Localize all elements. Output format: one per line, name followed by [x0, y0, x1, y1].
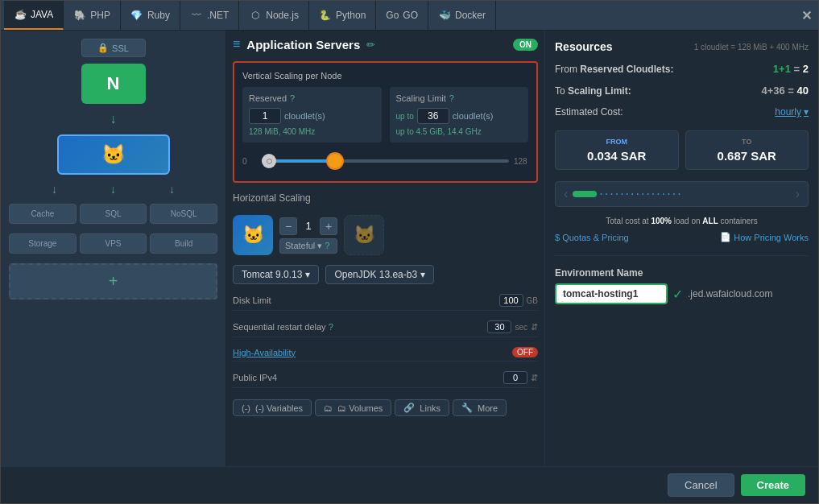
scaling-up-to-prefix: up to [396, 112, 414, 121]
tomcat-h-icon: 🐱 [233, 215, 273, 255]
bars-icon: ≡ [233, 37, 240, 52]
edit-icon[interactable]: ✏ [366, 39, 375, 51]
progress-dot-13: · [662, 187, 665, 201]
tab-java[interactable]: ☕ JAVA [4, 1, 64, 30]
from-price-label: FROM [562, 138, 672, 146]
content-area: 🔒 SSL N ↓ 🐱 ↓ ↓ ↓ Cache SQL NoSQL Storag… [1, 31, 818, 466]
estimated-dropdown[interactable]: hourly ▾ [775, 106, 809, 118]
reserved-help-icon[interactable]: ? [290, 93, 295, 103]
ruby-icon: 💎 [130, 9, 143, 22]
ha-link[interactable]: High-Availability [233, 348, 296, 357]
bottom-tabs: (-) (-) Variables 🗂 🗂 Volumes 🔗 Links 🔧 … [233, 395, 538, 418]
storage-vps-build-row: Storage VPS Build [9, 233, 217, 254]
cancel-button[interactable]: Cancel [668, 473, 734, 497]
section-title: Application Servers [246, 38, 360, 52]
nginx-node[interactable]: N [81, 64, 146, 104]
to-scaling-row: To Scaling Limit: 4+36 = 40 [555, 85, 809, 97]
ipv4-input[interactable] [503, 371, 527, 384]
slider-thumb-reserved[interactable]: ⬡ [262, 154, 276, 168]
restart-delay-input[interactable] [487, 320, 511, 333]
add-node-button[interactable]: + [9, 263, 217, 300]
ha-value-badge: OFF [512, 347, 538, 357]
sql-node[interactable]: SQL [80, 204, 147, 224]
storage-node[interactable]: Storage [9, 233, 77, 254]
volumes-tab[interactable]: 🗂 🗂 Volumes [315, 399, 391, 416]
scaling-limit-help-icon[interactable]: ? [449, 93, 454, 103]
restart-delay-help-icon[interactable]: ? [329, 322, 333, 332]
cache-sql-nosql-row: Cache SQL NoSQL [9, 204, 217, 224]
scaling-limit-value-input[interactable]: 36 [417, 108, 449, 124]
tab-python[interactable]: 🐍 Python [309, 1, 376, 30]
env-domain-text: .jed.wafaicloud.com [688, 288, 772, 300]
progress-dots: · · · · · · · · · · · · · · · [599, 187, 680, 201]
progress-dot-1: · [599, 187, 602, 201]
how-pricing-works-link[interactable]: 📄 How Pricing Works [720, 232, 809, 242]
ssl-button[interactable]: 🔒 SSL [81, 39, 146, 57]
restart-delay-value: sec ⇵ [487, 320, 538, 333]
ipv4-label: Public IPv4 [233, 373, 277, 382]
reserved-value-input[interactable]: 1 [249, 108, 281, 124]
disk-limit-input[interactable] [499, 294, 523, 307]
build-node[interactable]: Build [150, 233, 217, 254]
scaling-slider[interactable]: 0 ⬡ 128 [242, 149, 528, 173]
php-icon: 🐘 [73, 9, 86, 22]
ssl-icon: 🔒 [97, 43, 109, 53]
total-cost-percent: 100% [651, 217, 672, 225]
tab-nodejs[interactable]: ⬡ Node.js [239, 1, 309, 30]
scaling-limit-memory: up to 4.5 GiB, 14.4 GHz [396, 127, 523, 136]
count-value: 1 [300, 220, 316, 232]
go-icon: Go [386, 9, 399, 22]
progress-dot-14: · [667, 187, 670, 201]
tomcat-node[interactable]: 🐱 [57, 134, 170, 175]
progress-dot-10: · [646, 187, 649, 201]
count-plus-button[interactable]: + [320, 217, 337, 235]
variables-tab[interactable]: (-) (-) Variables [233, 399, 312, 416]
tomcat-version-dropdown[interactable]: Tomcat 9.0.13 ▾ [233, 265, 319, 284]
tab-net[interactable]: 〰 .NET [180, 1, 239, 30]
scaling-cloudlet-label: cloudlet(s) [453, 111, 494, 121]
progress-right-arrow[interactable]: › [796, 187, 800, 201]
env-name-input[interactable] [555, 283, 668, 304]
links-row: $ Quotas & Pricing 📄 How Pricing Works [555, 232, 809, 242]
openjdk-dropdown-arrow: ▾ [420, 269, 425, 280]
restart-delay-label: Sequential restart delay ? [233, 322, 333, 332]
create-button[interactable]: Create [741, 474, 805, 496]
openjdk-version-dropdown[interactable]: OpenJDK 13.ea-b3 ▾ [325, 265, 434, 284]
nginx-letter: N [107, 73, 120, 94]
python-icon: 🐍 [319, 9, 332, 22]
tomcat-icon-emoji: 🐱 [101, 143, 126, 166]
progress-dot-11: · [651, 187, 655, 201]
stateful-help-icon[interactable]: ? [325, 241, 329, 250]
tab-ruby[interactable]: 💎 Ruby [121, 1, 180, 30]
net-icon: 〰 [190, 9, 203, 22]
links-tab[interactable]: 🔗 Links [395, 399, 449, 416]
tab-bar: ☕ JAVA 🐘 PHP 💎 Ruby 〰 .NET ⬡ Node.js 🐍 P… [1, 1, 818, 31]
more-tab[interactable]: 🔧 More [453, 399, 507, 416]
bottom-bar: Cancel Create [1, 466, 818, 503]
tomcat-dropdown-arrow: ▾ [305, 269, 310, 280]
close-button[interactable]: ✕ [801, 8, 812, 23]
progress-left-arrow[interactable]: ‹ [564, 187, 568, 201]
quotas-pricing-link[interactable]: $ Quotas & Pricing [555, 232, 629, 242]
reserved-cloudlet-input: 1 cloudlet(s) [249, 108, 375, 124]
cache-node[interactable]: Cache [9, 204, 77, 224]
more-icon: 🔧 [461, 403, 473, 413]
nosql-node[interactable]: NoSQL [150, 204, 217, 224]
tab-php[interactable]: 🐘 PHP [64, 1, 121, 30]
disk-limit-row: Disk Limit GB [233, 291, 538, 311]
tab-go[interactable]: Go GO [376, 1, 428, 30]
price-row: FROM 0.034 SAR TO 0.687 SAR [555, 130, 809, 170]
count-minus-button[interactable]: − [279, 217, 297, 235]
horizontal-scaling-title: Horizontal Scaling [233, 192, 538, 204]
from-price-value: 0.034 SAR [562, 149, 672, 163]
slider-thumb-scaling[interactable] [326, 152, 344, 170]
toggle-on[interactable]: ON [513, 39, 538, 51]
stateful-dropdown[interactable]: Stateful ▾ ? [279, 238, 337, 254]
java-icon: ☕ [14, 8, 27, 21]
tab-docker[interactable]: 🐳 Docker [428, 1, 496, 30]
vps-node[interactable]: VPS [80, 233, 147, 254]
resources-header: Resources 1 cloudlet = 128 MiB + 400 MHz [555, 40, 809, 53]
tab-go-label: GO [403, 10, 418, 21]
from-price-box: FROM 0.034 SAR [555, 130, 679, 170]
progress-dot-16: · [677, 187, 680, 201]
